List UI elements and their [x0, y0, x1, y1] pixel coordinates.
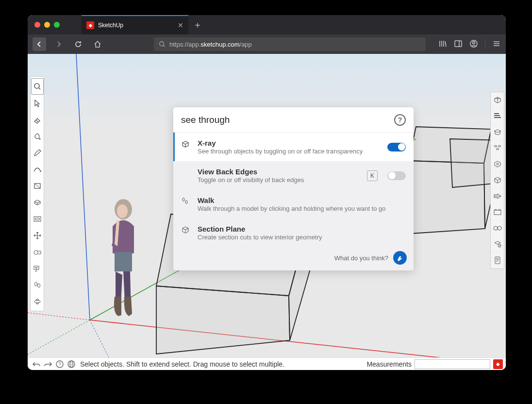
svg-point-3 [473, 42, 475, 44]
redo-icon[interactable] [42, 359, 54, 369]
paint-tool-icon[interactable] [31, 128, 44, 145]
result-title: X-ray [198, 139, 382, 147]
search-result-xray[interactable]: X-ray See through objects by toggling on… [173, 133, 414, 161]
search-tool-icon[interactable] [31, 78, 44, 95]
svg-rect-1 [455, 41, 462, 47]
materials-icon[interactable] [491, 156, 504, 172]
feedback-button[interactable] [393, 251, 407, 265]
pushpull-tool-icon[interactable] [31, 194, 44, 211]
search-result-back-edges[interactable]: View Back Edges Toggle on or off visibil… [173, 161, 414, 190]
svg-line-7 [28, 313, 90, 320]
move-tool-icon[interactable] [31, 227, 44, 244]
svg-point-13 [34, 84, 39, 88]
svg-point-30 [185, 201, 187, 204]
url-prefix: https://app. [169, 41, 200, 48]
result-title: Section Plane [198, 225, 406, 233]
measurements-input[interactable] [415, 359, 490, 369]
new-tab-button[interactable]: ＋ [193, 19, 202, 31]
back-button[interactable] [33, 37, 46, 51]
browser-tab[interactable]: ◆ SketchUp ✕ [82, 15, 188, 34]
menu-icon[interactable] [492, 39, 501, 49]
svg-rect-17 [35, 218, 39, 220]
url-bar: https://app.sketchup.com/app [28, 34, 506, 54]
status-hint: Select objects. Shift to extend select. … [80, 360, 366, 368]
tab-label: SketchUp [98, 22, 178, 29]
titlebar: ◆ SketchUp ✕ ＋ [28, 15, 506, 34]
footsteps-icon [181, 197, 192, 205]
tape-tool-icon[interactable] [31, 244, 44, 260]
url-domain: sketchup.com [200, 41, 239, 48]
eraser-tool-icon[interactable] [31, 112, 44, 128]
scenes-icon[interactable] [491, 204, 504, 220]
search-result-walk[interactable]: Walk Walk through a model by clicking an… [173, 190, 414, 219]
model-info-icon[interactable] [491, 92, 504, 108]
arc-tool-icon[interactable] [31, 161, 44, 178]
offset-tool-icon[interactable] [31, 211, 44, 227]
cube-icon [181, 140, 192, 149]
search-result-section-plane[interactable]: Section Plane Create section cuts to vie… [173, 219, 414, 247]
display-icon[interactable] [491, 220, 504, 236]
components-icon[interactable] [491, 140, 504, 156]
forward-button[interactable] [52, 37, 66, 51]
svg-point-0 [160, 42, 164, 46]
styles-icon[interactable] [491, 172, 504, 188]
svg-text:?: ? [58, 362, 61, 367]
instructor-icon[interactable] [491, 124, 504, 140]
home-button[interactable] [91, 37, 104, 51]
undo-icon[interactable] [31, 359, 42, 369]
help-status-icon[interactable]: ? [54, 359, 66, 369]
help-icon[interactable]: ? [394, 114, 406, 126]
sidebar-icon[interactable] [454, 39, 463, 49]
result-desc: Walk through a model by clicking and hol… [198, 205, 406, 212]
svg-point-11 [117, 204, 128, 218]
outliner-icon[interactable] [491, 236, 504, 252]
tags-icon[interactable] [491, 188, 504, 204]
rectangle-tool-icon[interactable] [31, 178, 44, 194]
back-edges-toggle[interactable] [387, 171, 406, 180]
minimize-window-button[interactable] [44, 22, 50, 28]
language-icon[interactable] [66, 359, 77, 369]
svg-point-21 [37, 284, 40, 287]
pencil-tool-icon[interactable] [31, 145, 44, 161]
select-tool-icon[interactable] [31, 95, 44, 112]
left-toolbar [30, 76, 44, 311]
svg-line-9 [28, 320, 90, 354]
reload-button[interactable] [71, 37, 85, 51]
svg-line-5 [90, 320, 109, 357]
result-desc: Toggle on or off visibilty of back edges [198, 176, 361, 184]
shortcut-key: K [367, 170, 378, 181]
feedback-label: What do you think? [334, 254, 388, 262]
tab-close-icon[interactable]: ✕ [178, 21, 183, 29]
url-suffix: /app [240, 41, 252, 48]
section-icon [181, 226, 192, 235]
svg-point-26 [498, 226, 501, 230]
result-desc: See through objects by toggling on or of… [198, 148, 382, 155]
orbit-tool-icon[interactable] [31, 293, 44, 310]
sketchup-logo-icon[interactable]: ◆ [493, 359, 503, 369]
svg-point-14 [39, 138, 40, 140]
account-icon[interactable] [469, 39, 478, 49]
maximize-window-button[interactable] [54, 22, 60, 28]
svg-point-18 [34, 251, 38, 254]
svg-line-6 [90, 320, 506, 357]
entity-info-icon[interactable] [491, 108, 504, 124]
url-input[interactable]: https://app.sketchup.com/app [154, 37, 426, 51]
library-icon[interactable] [438, 39, 447, 49]
popup-search-input[interactable] [181, 115, 394, 125]
softening-icon[interactable] [491, 252, 504, 269]
text-tool-icon[interactable] [31, 260, 44, 277]
close-window-button[interactable] [34, 22, 40, 28]
svg-point-27 [498, 244, 501, 247]
svg-rect-24 [494, 210, 501, 215]
result-title: View Back Edges [198, 168, 361, 176]
svg-line-4 [76, 54, 90, 320]
search-popup: ? X-ray See through objects by toggling … [173, 107, 414, 270]
result-title: Walk [198, 196, 406, 204]
svg-point-22 [34, 300, 40, 303]
result-desc: Create section cuts to view interior geo… [198, 234, 406, 241]
svg-rect-12 [115, 252, 132, 271]
walk-tool-icon[interactable] [31, 277, 44, 293]
xray-toggle[interactable] [387, 143, 406, 152]
measurements-label: Measurements [366, 360, 412, 368]
right-toolbar [490, 92, 504, 269]
